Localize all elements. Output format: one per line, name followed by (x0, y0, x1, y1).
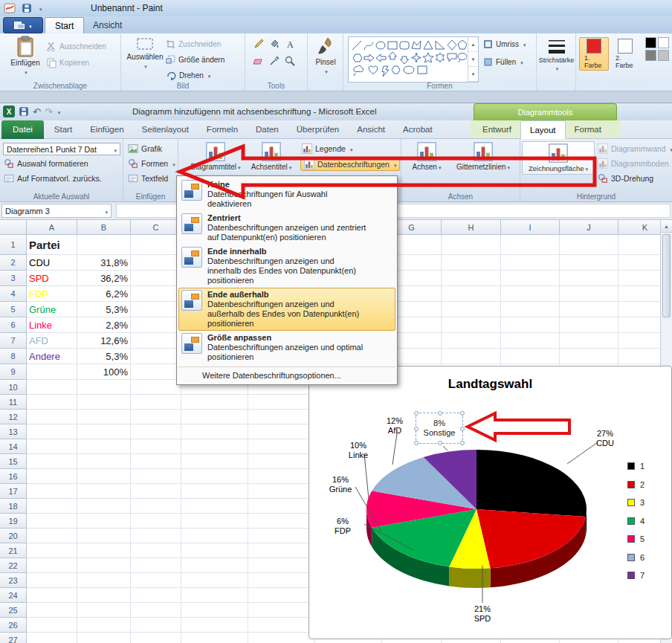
axis-title-button[interactable]: Achsentitel (247, 142, 296, 171)
palette-swatch-0[interactable] (645, 37, 656, 48)
cell-C11[interactable] (131, 395, 181, 410)
cell-C7[interactable] (131, 333, 181, 349)
palette-swatch-3[interactable] (658, 50, 669, 61)
scrollbar-thumb[interactable] (662, 234, 671, 317)
cell-A12[interactable] (27, 410, 77, 424)
cell-C26[interactable] (131, 618, 181, 633)
cell-D23[interactable] (181, 573, 248, 588)
cell-D24[interactable] (181, 588, 248, 603)
cell-C17[interactable] (131, 484, 181, 499)
pie-slice-cdu[interactable] (476, 450, 587, 517)
cell-I6[interactable] (501, 317, 560, 333)
cell-B20[interactable] (77, 529, 131, 543)
cell-J4[interactable] (560, 286, 618, 302)
selection-handle[interactable] (414, 427, 419, 431)
cell-H2[interactable] (442, 255, 501, 271)
cell-C22[interactable] (131, 558, 181, 573)
cell-D16[interactable] (181, 469, 248, 484)
cell-H1[interactable] (442, 235, 501, 255)
cell-B21[interactable] (77, 543, 131, 558)
tab-datei[interactable]: Datei (1, 120, 44, 139)
cell-J7[interactable] (560, 333, 618, 349)
color2-button[interactable]: 2. Farbe (610, 37, 640, 71)
cell-E16[interactable] (248, 469, 315, 484)
cell-B13[interactable] (77, 424, 131, 439)
insert-textbox-button[interactable]: Textfeld (128, 173, 168, 184)
cell-B23[interactable] (77, 573, 131, 588)
row-header-10[interactable]: 10 (0, 380, 27, 395)
row-header-14[interactable]: 14 (0, 439, 27, 454)
paint-menu-button[interactable] (3, 17, 43, 33)
tab-start[interactable]: Start (45, 120, 81, 139)
legend-item-4[interactable]: 4 (627, 517, 644, 526)
cell-B1[interactable] (77, 235, 131, 255)
cell-J1[interactable] (560, 235, 618, 255)
tab-seitenlayout[interactable]: Seitenlayout (133, 120, 198, 139)
tab-entwurf[interactable]: Entwurf (474, 120, 520, 139)
cell-A25[interactable] (27, 603, 77, 618)
cell-A13[interactable] (27, 424, 77, 439)
cell-E11[interactable] (248, 395, 315, 410)
row-header-18[interactable]: 18 (0, 499, 27, 514)
insert-shapes-button[interactable]: Formen (128, 158, 175, 169)
cell-D25[interactable] (181, 603, 248, 618)
cell-C10[interactable] (131, 380, 181, 395)
paint-tab-start[interactable]: Start (45, 17, 84, 33)
quick-access-dropdown-icon[interactable] (38, 3, 42, 13)
cell-D15[interactable] (181, 454, 248, 469)
rotate-button[interactable]: Drehen (166, 71, 210, 80)
legend-item-2[interactable]: 2 (627, 480, 644, 489)
cell-C9[interactable] (131, 364, 181, 380)
cell-E23[interactable] (248, 573, 315, 588)
cell-C15[interactable] (131, 454, 181, 469)
cell-B10[interactable] (77, 380, 131, 395)
gallery-more-icon[interactable]: ▼ (468, 67, 478, 82)
gallery-scroll-up-icon[interactable]: ▲ (468, 37, 478, 52)
column-header-c[interactable]: C (131, 220, 181, 235)
legend-item-3[interactable]: 3 (627, 498, 644, 507)
cell-J6[interactable] (560, 317, 618, 333)
tab-ansicht[interactable]: Ansicht (348, 120, 394, 139)
cell-E14[interactable] (248, 439, 315, 454)
cell-C2[interactable] (131, 255, 181, 271)
chart-title-button[interactable]: Diagrammtitel (187, 142, 244, 171)
cell-B15[interactable] (77, 454, 131, 469)
cell-H4[interactable] (442, 286, 501, 302)
cell-B17[interactable] (77, 484, 131, 499)
row-header-15[interactable]: 15 (0, 454, 27, 469)
gridlines-button[interactable]: Gitternetzlinien (449, 142, 517, 171)
undo-icon[interactable]: ↶ (33, 106, 41, 117)
shapes-gallery[interactable]: ▲ ▼ ▼ (348, 36, 479, 83)
cell-A7[interactable]: AFD (27, 333, 77, 349)
cell-C3[interactable] (131, 271, 181, 286)
cell-D22[interactable] (181, 558, 248, 573)
cell-B26[interactable] (77, 618, 131, 633)
select-button[interactable]: Auswählen (126, 36, 164, 70)
cell-B18[interactable] (77, 499, 131, 514)
data-label-afd[interactable]: 12%AfD (371, 416, 419, 436)
cell-D12[interactable] (181, 410, 248, 424)
brush-button[interactable]: Pinsel (311, 36, 340, 75)
cell-B11[interactable] (77, 395, 131, 410)
tab-überprüfen[interactable]: Überprüfen (288, 120, 349, 139)
cell-C27[interactable] (131, 633, 181, 643)
cell-A23[interactable] (27, 573, 77, 588)
cell-E12[interactable] (248, 410, 315, 424)
row-header-8[interactable]: 8 (0, 349, 27, 364)
cell-J2[interactable] (560, 255, 618, 271)
menu-item-ende-außerhalb[interactable]: Ende außerhalbDatenbeschriftungen anzeig… (178, 288, 395, 331)
cell-A20[interactable] (27, 529, 77, 543)
cell-I3[interactable] (501, 271, 560, 286)
cell-A11[interactable] (27, 395, 77, 410)
color-picker-icon[interactable] (268, 55, 283, 71)
cell-E26[interactable] (248, 618, 315, 633)
selected-data-label-sonstige[interactable]: 8% Sonstige (416, 413, 463, 444)
data-label-linke[interactable]: 10%Linke (335, 441, 382, 460)
cell-B4[interactable]: 6,2% (77, 286, 131, 302)
cell-D14[interactable] (181, 439, 248, 454)
redo-icon[interactable]: ↷ (45, 106, 53, 117)
row-header-12[interactable]: 12 (0, 410, 27, 424)
tab-formeln[interactable]: Formeln (198, 120, 247, 139)
cell-B6[interactable]: 2,8% (77, 317, 131, 333)
cell-B7[interactable]: 12,6% (77, 333, 131, 349)
